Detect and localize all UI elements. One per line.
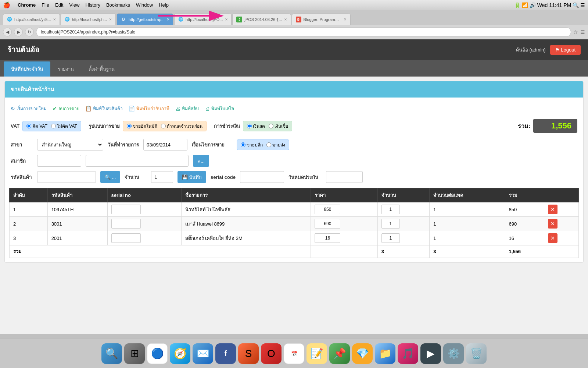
cell-num: 3: [10, 231, 48, 245]
tab-settings[interactable]: ตั้งค่าพื้นฐาน: [81, 61, 122, 77]
sale-retail-radio[interactable]: [241, 142, 245, 147]
footer-total-qty-per-pack: 3: [430, 245, 505, 258]
address-input[interactable]: [36, 27, 571, 37]
member-name-input[interactable]: [86, 155, 189, 167]
end-sale-button[interactable]: ✔ จบการขาย: [53, 105, 79, 112]
payment-credit-option[interactable]: เงินเชื่อ: [269, 123, 288, 130]
payment-cash-option[interactable]: เงินสด: [247, 123, 265, 130]
price-input-2[interactable]: [315, 233, 340, 243]
col-name: ชื่อรายการ: [181, 188, 311, 202]
back-button[interactable]: ◀: [3, 28, 12, 36]
new-sale-button[interactable]: ↻ เริ่มการขายใหม่: [11, 105, 47, 112]
system-tray: 🔋 📶 🔊 Wed 11:41 PM 🔍 ☰: [514, 2, 585, 8]
tab-2[interactable]: 🌐 http://localhost/ph... ×: [61, 13, 116, 25]
print-receipt-label: พิมพ์ใบเสร็จ: [211, 105, 234, 112]
expire-input[interactable]: [326, 171, 363, 183]
price-input-0[interactable]: [315, 205, 340, 214]
serial-input-2[interactable]: [111, 233, 141, 243]
sale-wholesale-radio[interactable]: [266, 142, 271, 147]
vat-label: VAT: [11, 123, 19, 129]
file-menu[interactable]: File: [42, 2, 49, 8]
sale-auto-radio[interactable]: [127, 124, 132, 128]
save-product-button[interactable]: 💾 บันทึก: [178, 171, 206, 183]
serial-input-1[interactable]: [111, 219, 141, 229]
tab-4-close[interactable]: ×: [225, 17, 227, 22]
cell-qty: [377, 231, 430, 245]
vat-no-radio[interactable]: [51, 124, 56, 128]
print-tax-label: พิมพ์ใบกำกับภาษี: [136, 105, 169, 112]
payment-credit-radio[interactable]: [269, 124, 273, 128]
table-row: 3 2001 สติ๊กเกอร์ เคลือบใส ยี่ห้อ 3M 1 1…: [10, 231, 579, 245]
price-input-1[interactable]: [315, 219, 340, 229]
sale-retail-option[interactable]: ขายปลีก: [241, 141, 263, 148]
window-menu[interactable]: Window: [136, 2, 153, 8]
footer-label: รวม: [10, 245, 311, 258]
tab-1-close[interactable]: ×: [53, 17, 56, 22]
vat-no-option[interactable]: ไม่คิด VAT: [51, 123, 77, 130]
tab-6-close[interactable]: ×: [344, 17, 346, 22]
tab-6[interactable]: B Blogger: Programme... ×: [292, 13, 351, 25]
sale-fixed-option[interactable]: กำหนดจำนวนก่อน: [161, 123, 202, 130]
sale-fixed-radio[interactable]: [161, 124, 166, 128]
reload-button[interactable]: ↻: [25, 28, 34, 36]
mac-menubar: 🍎 Chrome File Edit View History Bookmark…: [0, 0, 588, 10]
cell-name: สติ๊กเกอร์ เคลือบใส ยี่ห้อ 3M: [181, 231, 311, 245]
qty-input-1[interactable]: [381, 219, 400, 229]
print-tax-button[interactable]: 📄 พิมพ์ใบกำกับภาษี: [129, 105, 169, 112]
tab-report[interactable]: รายงาน: [50, 61, 81, 77]
tab-5[interactable]: J jPOS 2014.08.26 รุ่... ×: [232, 13, 291, 25]
tab-1[interactable]: 🌐 http://localhost/yii5... ×: [3, 13, 60, 25]
date-input[interactable]: [143, 139, 187, 151]
member-label: สมาชิก: [11, 157, 33, 165]
card-header: ขายสินค้าหน้าร้าน: [5, 81, 583, 98]
tab-5-close[interactable]: ×: [284, 17, 287, 22]
vat-yes-radio[interactable]: [26, 124, 31, 128]
forward-button[interactable]: ▶: [14, 28, 23, 36]
member-id-input[interactable]: [37, 155, 81, 167]
edit-menu[interactable]: Edit: [55, 2, 63, 8]
tab-6-favicon: B: [296, 17, 301, 22]
branch-select[interactable]: สำนักงานใหญ่: [37, 139, 103, 151]
print-receipt-icon: 🖨: [205, 106, 210, 112]
bookmark-icon[interactable]: ☆: [573, 29, 578, 35]
payment-cash-radio[interactable]: [247, 124, 252, 128]
print-delivery-button[interactable]: 📋 พิมพ์ใบส่งสินค้า: [85, 105, 123, 112]
qty-input-0[interactable]: [381, 205, 400, 214]
tab-3-close[interactable]: ×: [167, 17, 169, 22]
qty-input-2[interactable]: [381, 233, 400, 243]
cell-name: นิวทริไลท์ ไบโอซีพลัส: [181, 202, 311, 217]
history-menu[interactable]: History: [85, 2, 100, 8]
serial-input-0[interactable]: [111, 205, 141, 214]
help-menu[interactable]: Help: [159, 2, 169, 8]
tab-daily[interactable]: บันทึกประจำวัน: [4, 61, 50, 77]
tab-3-favicon: B: [121, 17, 126, 22]
sale-wholesale-label: ขายส่ง: [272, 141, 285, 148]
settings-icon[interactable]: ☰: [580, 29, 585, 35]
delete-row-button-2[interactable]: ✕: [548, 233, 557, 243]
search-product-button[interactable]: 🔍 ...: [100, 171, 120, 183]
sale-auto-option[interactable]: ขายอัตโนมัติ: [127, 123, 157, 130]
delete-row-button-0[interactable]: ✕: [548, 205, 557, 214]
tab-4[interactable]: 🌐 http://localhost/jPO... ×: [174, 13, 232, 25]
sale-wholesale-option[interactable]: ขายส่ง: [266, 141, 285, 148]
qty-input[interactable]: [151, 171, 173, 183]
tab-3[interactable]: B http://getbootstrap... ×: [116, 13, 173, 25]
bookmarks-menu[interactable]: Bookmarks: [106, 2, 130, 8]
tab-3-title: http://getbootstrap...: [129, 17, 165, 22]
view-menu[interactable]: View: [69, 2, 79, 8]
tab-2-favicon: 🌐: [65, 17, 70, 22]
tab-2-close[interactable]: ×: [109, 17, 112, 22]
payment-label: การชำระเงิน: [214, 122, 240, 130]
payment-credit-label: เงินเชื่อ: [275, 123, 288, 130]
delete-row-button-1[interactable]: ✕: [548, 219, 557, 229]
print-receipt-button[interactable]: 🖨 พิมพ์ใบเสร็จ: [205, 105, 234, 112]
cell-num: 1: [10, 202, 48, 217]
serial-code-input[interactable]: [240, 171, 284, 183]
vat-yes-option[interactable]: คิด VAT: [26, 123, 47, 130]
logout-button[interactable]: ⚑ Logout: [550, 45, 581, 55]
search-member-button[interactable]: ค...: [193, 155, 209, 167]
chrome-menu[interactable]: Chrome: [18, 2, 36, 8]
print-delivery-label: พิมพ์ใบส่งสินค้า: [93, 105, 123, 112]
product-code-input[interactable]: [37, 171, 96, 183]
print-slip-button[interactable]: 🖨 พิมพ์สลิป: [175, 105, 199, 112]
